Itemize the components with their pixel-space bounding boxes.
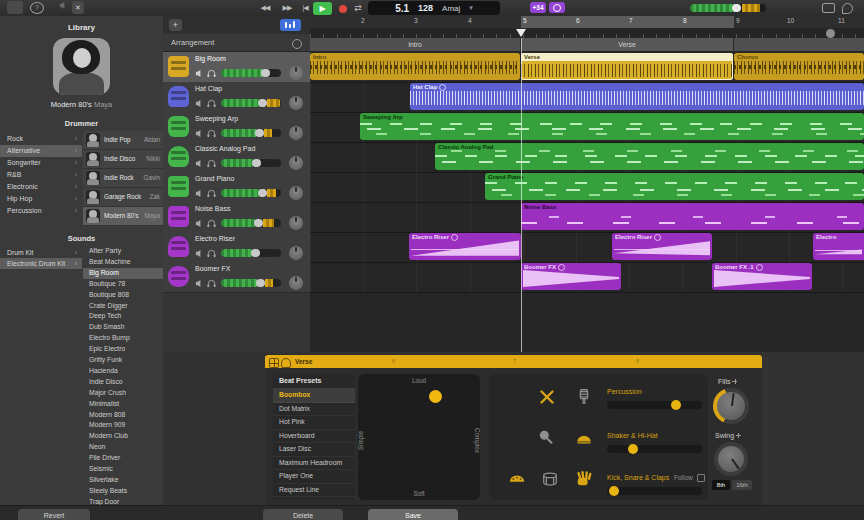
maraca-icon[interactable] [538,429,556,447]
arrangement-options-icon[interactable] [292,39,302,49]
track-header-grand-piano[interactable]: Grand Piano [163,172,310,203]
revert-button[interactable]: Revert [18,509,90,520]
sound-item[interactable]: Silverlake [83,475,163,486]
genre-percussion[interactable]: Percussion› [0,205,82,217]
pan-knob[interactable] [289,96,303,110]
rewind-button[interactable]: ◀◀ [256,1,274,15]
sound-item[interactable]: Steely Beats [83,486,163,497]
pan-knob[interactable] [289,126,303,140]
delete-button[interactable]: Delete [263,509,343,520]
pan-knob[interactable] [289,66,303,80]
sound-item[interactable]: Minimalist [83,399,163,410]
region-boomer-fx-2[interactable]: Boomer FX .1 [712,263,812,290]
kick-snare-claps-slider[interactable] [607,487,702,495]
sound-item[interactable]: Pile Driver [83,453,163,464]
drummer-card-modern-80s[interactable]: Modern 80's Maya [83,207,163,226]
region-big-room-chorus[interactable]: Chorus [734,53,864,80]
sound-item[interactable]: Boutique 808 [83,290,163,301]
go-to-beginning-button[interactable]: |◀ [298,1,312,15]
preset-request-line[interactable]: Request Line [273,483,355,498]
arrangement-section-verse[interactable]: Verse [521,38,734,51]
genre-hip-hop[interactable]: Hip Hop› [0,193,82,205]
mute-icon[interactable] [195,279,204,288]
track-volume-slider[interactable] [221,159,281,167]
grid-icon[interactable] [269,358,279,368]
region-boomer-fx-1[interactable]: Boomer FX [521,263,621,290]
swing-knob[interactable] [714,442,748,476]
region-hat-clap[interactable]: Hat Clap [410,83,864,110]
genre-alternative[interactable]: Alternative› [0,145,82,157]
library-toggle-icon[interactable] [7,1,23,14]
preset-dot-matrix[interactable]: Dot Matrix [273,402,355,417]
shaker-icon[interactable] [575,429,593,447]
track-volume-slider[interactable] [221,99,281,107]
drumsticks-icon[interactable] [538,388,556,406]
shaker-hihat-slider[interactable] [607,445,702,453]
sound-library-badge[interactable]: +34 [530,2,546,13]
sound-item[interactable]: Indie Disco [83,377,163,388]
drummer-icon[interactable] [281,358,291,368]
quick-help-icon[interactable] [842,3,853,14]
cabasa-icon[interactable] [575,387,593,405]
mute-icon[interactable] [195,159,204,168]
dim-speaker-icon[interactable] [58,1,68,14]
solo-headphones-icon[interactable] [207,219,216,228]
mute-icon[interactable] [195,69,204,78]
sound-item[interactable]: Modern 808 [83,410,163,421]
sound-item[interactable]: Boutique 78 [83,279,163,290]
hand-clap-icon[interactable] [575,470,593,488]
drummer-card-indie-rock[interactable]: Indie Rock Gavin [83,169,163,188]
mute-icon[interactable] [195,189,204,198]
drum-icon[interactable] [541,470,559,488]
region-noise-bass[interactable]: Noise Bass [521,203,864,230]
tambourine-icon[interactable] [508,470,526,488]
lcd-chevron-icon[interactable]: ▾ [469,4,473,12]
genre-rock[interactable]: Rock› [0,133,82,145]
preset-hot-pink[interactable]: Hot Pink [273,415,355,430]
sound-item[interactable]: Major Crush [83,388,163,399]
display-icon[interactable] [822,3,835,13]
solo-headphones-icon[interactable] [207,249,216,258]
preset-maximum-headroom[interactable]: Maximum Headroom [273,456,355,471]
playhead-marker[interactable] [516,29,526,37]
sound-item[interactable]: Gritty Funk [83,355,163,366]
preset-laser-disc[interactable]: Laser Disc [273,442,355,457]
track-header-big-room[interactable]: Big Room [163,52,310,83]
track-header-classic-analog-pad[interactable]: Classic Analog Pad [163,142,310,173]
track-header-sweeping-arp[interactable]: Sweeping Arp [163,112,310,143]
pan-knob[interactable] [289,216,303,230]
sound-item[interactable]: Crate Digger [83,301,163,312]
slider-knob[interactable] [671,400,681,410]
preset-player-one[interactable]: Player One [273,469,355,484]
genre-rnb[interactable]: R&B› [0,169,82,181]
drummer-card-indie-disco[interactable]: Indie Disco Nikki [83,150,163,169]
preset-boombox[interactable]: Boombox [273,388,355,403]
track-volume-slider[interactable] [221,249,281,257]
track-header-hat-clap[interactable]: Hat Clap [163,82,310,113]
region-classic-analog-pad[interactable]: Classic Analog Pad [435,143,864,170]
sound-item[interactable]: Deep Tech [83,311,163,322]
track-volume-slider[interactable] [221,69,281,77]
solo-headphones-icon[interactable] [207,189,216,198]
track-volume-slider[interactable] [221,219,281,227]
arrangement-section-intro[interactable]: Intro [310,38,521,51]
slider-knob[interactable] [609,486,619,496]
genre-electronic[interactable]: Electronic› [0,181,82,193]
track-volume-slider[interactable] [221,189,281,197]
sound-item[interactable]: Epic Electro [83,344,163,355]
region-electro-riser-2[interactable]: Electro Riser [612,233,712,260]
loop-browser-badge[interactable] [549,2,565,13]
kit-drum-kit[interactable]: Drum Kit› [0,247,82,258]
cycle-button[interactable]: ⇄ [351,1,365,15]
slider-knob[interactable] [628,444,638,454]
swing-16th-toggle[interactable]: 16th [732,480,752,490]
solo-headphones-icon[interactable] [207,69,216,78]
pan-knob[interactable] [289,186,303,200]
volume-knob[interactable] [732,4,741,12]
lcd-display[interactable]: 5.1 128 Amaj ▾ [368,1,500,15]
playhead-line[interactable] [521,38,522,352]
sound-item[interactable]: Beat Machine [83,257,163,268]
sound-item[interactable]: After Party [83,246,163,257]
region-electro-riser-3[interactable]: Electro [813,233,864,260]
save-button[interactable]: Save [368,509,458,520]
